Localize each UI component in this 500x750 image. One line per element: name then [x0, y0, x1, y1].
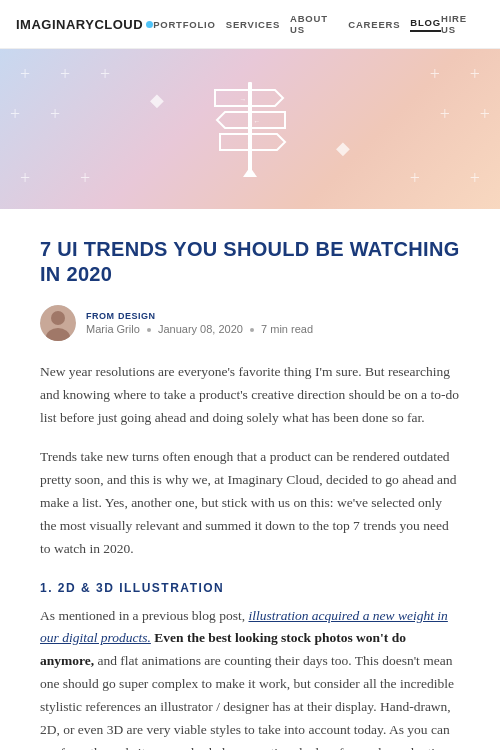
- meta-from: FROM DESIGN: [86, 311, 313, 321]
- decoration-plus-7: +: [50, 104, 60, 125]
- logo-text: IMAGINARYCLOUD: [16, 17, 143, 32]
- decoration-plus-8: +: [440, 104, 450, 125]
- decoration-plus-14: ◆: [150, 89, 164, 111]
- decoration-plus-11: +: [80, 168, 90, 189]
- decoration-plus-2: +: [60, 64, 70, 85]
- article-title: 7 UI TRENDS YOU SHOULD BE WATCHING IN 20…: [40, 237, 460, 287]
- decoration-plus-13: +: [470, 168, 480, 189]
- nav-links: PORTFOLIO SERVICES ABOUT US CAREERS BLOG: [153, 13, 441, 35]
- decoration-plus-5: +: [470, 64, 480, 85]
- signpost-illustration: → ← →: [205, 72, 295, 186]
- logo[interactable]: IMAGINARYCLOUD: [16, 17, 153, 32]
- article-body: New year resolutions are everyone's favo…: [40, 361, 460, 750]
- svg-rect-0: [248, 82, 252, 177]
- meta-read-time: 7 min read: [261, 323, 313, 335]
- meta-category: DESIGN: [118, 311, 156, 321]
- nav-blog[interactable]: BLOG: [410, 17, 441, 32]
- hero-banner: + + + + + + + + + + + + + ◆ ◆ → ← →: [0, 49, 500, 209]
- nav-careers[interactable]: CAREERS: [348, 19, 400, 30]
- meta-separator-2: [250, 328, 254, 332]
- decoration-plus-6: +: [10, 104, 20, 125]
- decoration-plus-1: +: [20, 64, 30, 85]
- svg-text:→: →: [240, 96, 247, 103]
- decoration-plus-10: +: [20, 168, 30, 189]
- svg-text:→: →: [247, 140, 254, 147]
- nav-hire[interactable]: HIRE US: [441, 13, 484, 35]
- article-paragraph-1: New year resolutions are everyone's favo…: [40, 361, 460, 430]
- author-avatar: [40, 305, 76, 341]
- section-1-body: As mentioned in a previous blog post, il…: [40, 605, 460, 751]
- svg-point-9: [51, 311, 65, 325]
- meta-info: FROM DESIGN Maria Grilo January 08, 2020…: [86, 311, 313, 335]
- meta-date: January 08, 2020: [158, 323, 243, 335]
- nav-about[interactable]: ABOUT US: [290, 13, 338, 35]
- decoration-plus-4: +: [430, 64, 440, 85]
- meta-byline: Maria Grilo January 08, 2020 7 min read: [86, 323, 313, 335]
- decoration-plus-12: +: [410, 168, 420, 189]
- decoration-plus-15: ◆: [336, 137, 350, 159]
- article-content: 7 UI TRENDS YOU SHOULD BE WATCHING IN 20…: [0, 209, 500, 750]
- meta-separator-1: [147, 328, 151, 332]
- navigation: IMAGINARYCLOUD PORTFOLIO SERVICES ABOUT …: [0, 0, 500, 49]
- meta-author: Maria Grilo: [86, 323, 140, 335]
- decoration-plus-3: +: [100, 64, 110, 85]
- nav-portfolio[interactable]: PORTFOLIO: [153, 19, 216, 30]
- section-1-text: and flat animations are counting their d…: [40, 653, 454, 750]
- section-1-heading: 1. 2D & 3D ILLUSTRATION: [40, 581, 460, 595]
- article-meta: FROM DESIGN Maria Grilo January 08, 2020…: [40, 305, 460, 341]
- svg-marker-7: [243, 167, 257, 177]
- svg-text:←: ←: [254, 118, 261, 125]
- article-paragraph-2: Trends take new turns often enough that …: [40, 446, 460, 561]
- logo-dot: [146, 21, 153, 28]
- decoration-plus-9: +: [480, 104, 490, 125]
- nav-services[interactable]: SERVICES: [226, 19, 280, 30]
